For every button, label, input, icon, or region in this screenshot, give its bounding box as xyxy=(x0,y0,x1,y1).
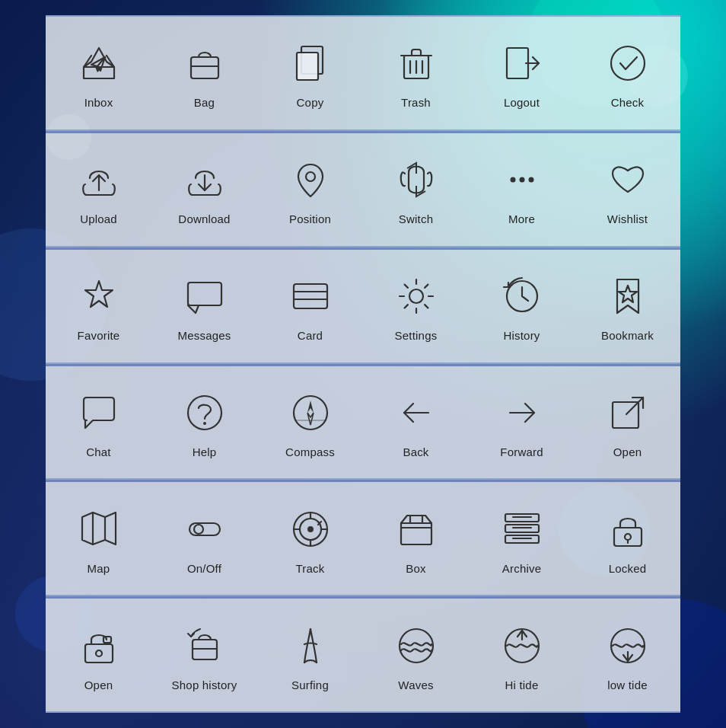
svg-point-64 xyxy=(625,534,631,540)
icon-item-compass[interactable]: Compass xyxy=(265,380,356,465)
icon-label-position: Position xyxy=(289,212,331,225)
icon-item-locked[interactable]: Locked xyxy=(582,497,673,581)
icon-item-forward[interactable]: Forward xyxy=(476,380,568,465)
icon-label-bookmark: Bookmark xyxy=(601,329,654,342)
icon-label-compass: Compass xyxy=(285,445,335,458)
svg-point-20 xyxy=(519,177,524,183)
icon-hi-tide xyxy=(495,619,549,672)
icon-label-track: Track xyxy=(296,562,325,575)
icon-item-switch[interactable]: Switch xyxy=(371,147,462,231)
icon-item-open-ext[interactable]: Open xyxy=(582,380,673,465)
icon-label-hi-tide: Hi tide xyxy=(505,679,539,691)
svg-marker-33 xyxy=(307,401,314,413)
icon-item-low-tide[interactable]: low tide xyxy=(582,613,673,698)
icon-bag xyxy=(178,37,231,90)
icon-label-map: Map xyxy=(88,562,110,575)
svg-marker-29 xyxy=(619,286,637,302)
icon-label-back: Back xyxy=(403,445,428,458)
svg-point-19 xyxy=(510,177,515,183)
icon-download xyxy=(178,153,231,206)
icon-trash xyxy=(390,37,443,90)
icon-item-copy[interactable]: Copy xyxy=(265,30,356,115)
icon-item-trash[interactable]: Trash xyxy=(371,30,462,115)
icon-low-tide xyxy=(601,619,654,672)
icon-label-waves: Waves xyxy=(398,679,433,691)
icon-favorite xyxy=(72,270,126,323)
svg-point-15 xyxy=(611,46,645,80)
icon-label-wishlist: Wishlist xyxy=(607,212,648,225)
icon-item-surfing[interactable]: Surfing xyxy=(265,613,356,698)
icon-row-row1: Inbox Bag Copy Trash Logout Check xyxy=(46,15,680,131)
icon-position xyxy=(284,153,337,206)
icon-label-chat: Chat xyxy=(86,445,111,458)
icon-item-open-lock[interactable]: Open xyxy=(53,613,145,698)
icon-label-surfing: Surfing xyxy=(291,679,329,691)
icon-item-archive[interactable]: Archive xyxy=(476,497,568,581)
icon-item-back[interactable]: Back xyxy=(371,380,462,465)
icon-item-card[interactable]: Card xyxy=(265,263,356,348)
icon-box xyxy=(390,503,443,556)
icon-locked xyxy=(601,503,654,556)
icon-item-waves[interactable]: Waves xyxy=(371,613,462,698)
icon-label-copy: Copy xyxy=(297,96,324,109)
svg-marker-40 xyxy=(82,512,116,544)
icon-item-messages[interactable]: Messages xyxy=(159,263,250,348)
icon-label-help: Help xyxy=(193,445,217,458)
icon-item-settings[interactable]: Settings xyxy=(371,263,462,348)
icon-messages xyxy=(178,270,231,323)
icon-grid: Inbox Bag Copy Trash Logout Check Up xyxy=(0,0,726,728)
icon-label-inbox: Inbox xyxy=(84,96,113,109)
icon-row-row5: Map On/Off Track Box Archive xyxy=(46,480,680,596)
icon-label-box: Box xyxy=(406,562,425,575)
icon-bookmark xyxy=(601,270,654,323)
icon-item-wishlist[interactable]: Wishlist xyxy=(582,147,673,231)
icon-item-bookmark[interactable]: Bookmark xyxy=(582,263,673,348)
svg-rect-66 xyxy=(85,644,113,663)
icon-label-open-ext: Open xyxy=(613,445,642,458)
icon-more xyxy=(495,153,549,206)
icon-item-history[interactable]: History xyxy=(476,263,568,348)
icon-item-map[interactable]: Map xyxy=(53,497,145,581)
icon-logout xyxy=(495,37,549,90)
icon-item-favorite[interactable]: Favorite xyxy=(53,263,145,348)
icon-label-shop-history: Shop history xyxy=(172,679,237,691)
icon-label-switch: Switch xyxy=(399,212,433,225)
icon-inbox xyxy=(72,37,126,90)
icon-check xyxy=(601,37,654,90)
icon-item-box[interactable]: Box xyxy=(371,497,462,581)
icon-item-download[interactable]: Download xyxy=(159,147,250,231)
icon-copy xyxy=(284,37,337,90)
icon-label-upload: Upload xyxy=(80,212,117,225)
icon-item-inbox[interactable]: Inbox xyxy=(53,30,145,115)
icon-item-track[interactable]: Track xyxy=(265,497,356,581)
icon-item-upload[interactable]: Upload xyxy=(53,147,145,231)
svg-rect-24 xyxy=(294,284,327,308)
svg-rect-13 xyxy=(507,48,528,78)
icon-label-bag: Bag xyxy=(194,96,215,109)
svg-rect-7 xyxy=(297,53,318,80)
icon-forward xyxy=(495,386,549,439)
icon-item-check[interactable]: Check xyxy=(582,30,673,115)
icon-item-more[interactable]: More xyxy=(476,147,568,231)
icon-item-hi-tide[interactable]: Hi tide xyxy=(476,613,568,698)
svg-marker-34 xyxy=(307,413,314,425)
icon-open-ext xyxy=(601,386,654,439)
icon-item-onoff[interactable]: On/Off xyxy=(159,497,250,581)
svg-point-72 xyxy=(400,629,433,663)
icon-item-help[interactable]: Help xyxy=(159,380,250,465)
icon-item-chat[interactable]: Chat xyxy=(53,380,145,465)
svg-point-68 xyxy=(96,650,102,656)
icon-label-open-lock: Open xyxy=(84,679,113,691)
icon-item-logout[interactable]: Logout xyxy=(476,30,568,115)
icon-label-locked: Locked xyxy=(609,562,647,575)
icon-archive xyxy=(495,503,549,556)
icon-label-favorite: Favorite xyxy=(78,329,120,342)
svg-rect-23 xyxy=(188,283,221,305)
icon-item-position[interactable]: Position xyxy=(265,147,356,231)
icon-switch xyxy=(390,153,443,206)
icon-item-bag[interactable]: Bag xyxy=(159,30,250,115)
icon-item-shop-history[interactable]: Shop history xyxy=(159,613,250,698)
icon-row-row2: Upload Download Position Switch More Wis… xyxy=(46,131,680,247)
svg-line-39 xyxy=(626,398,643,414)
icon-upload xyxy=(72,153,126,206)
